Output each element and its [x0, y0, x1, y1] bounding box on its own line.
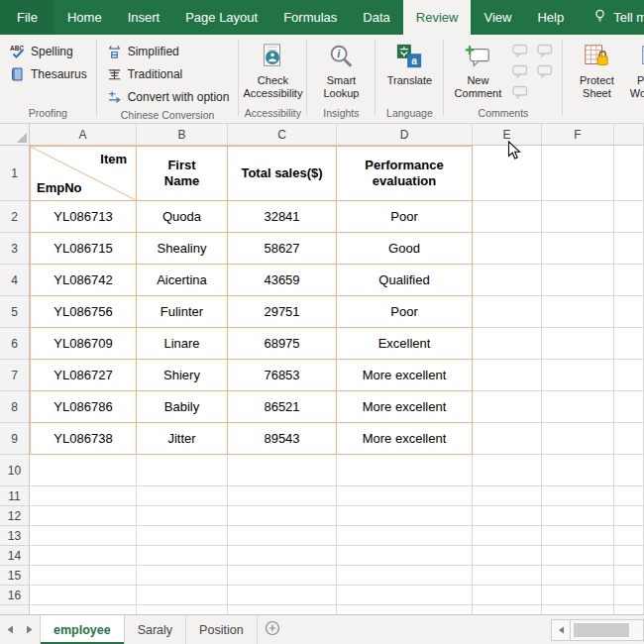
cell-b6[interactable]: Linare: [137, 328, 228, 360]
previous-comment-button[interactable]: [510, 44, 530, 60]
cell-a12[interactable]: [30, 506, 137, 526]
cell-f14[interactable]: [542, 546, 614, 566]
cell-g9[interactable]: [614, 423, 644, 455]
row-header-16[interactable]: 16: [0, 586, 30, 605]
cell-b10[interactable]: [137, 455, 228, 486]
check-accessibility-button[interactable]: Check Accessibility: [244, 38, 301, 100]
cell-b11[interactable]: [137, 486, 228, 506]
cell-e6[interactable]: [473, 328, 542, 360]
new-sheet-button[interactable]: [258, 615, 287, 644]
cell-c12[interactable]: [228, 506, 337, 526]
traditional-button[interactable]: Traditional: [102, 63, 234, 85]
cell-g5[interactable]: [614, 296, 644, 328]
cell-f2[interactable]: [542, 201, 614, 233]
cell-d16[interactable]: [337, 586, 473, 605]
cell-g3[interactable]: [614, 233, 644, 265]
cell-b7[interactable]: Shiery: [137, 360, 228, 391]
tab-view[interactable]: View: [471, 0, 524, 35]
cell-d9[interactable]: More excellent: [337, 423, 473, 455]
cell-c7[interactable]: 76853: [228, 360, 337, 391]
cell-b16[interactable]: [137, 586, 228, 605]
cell-g8[interactable]: [614, 391, 644, 423]
cell-a5[interactable]: YL086756: [30, 296, 137, 328]
row-header-10[interactable]: 10: [0, 455, 30, 486]
translate-button[interactable]: a Translate: [380, 38, 438, 87]
cell-e1[interactable]: [473, 146, 542, 201]
sheet-tab-employee[interactable]: employee: [40, 615, 125, 644]
cell-e10[interactable]: [473, 455, 542, 486]
cell-g11[interactable]: [614, 486, 644, 506]
cell-c11[interactable]: [228, 486, 337, 506]
cell-g14[interactable]: [614, 546, 644, 566]
thesaurus-button[interactable]: Thesaurus: [5, 63, 91, 85]
cell-e5[interactable]: [473, 296, 542, 328]
cell-c4[interactable]: 43659: [228, 265, 337, 296]
cell-c6[interactable]: 68975: [228, 328, 337, 360]
row-header-2[interactable]: 2: [0, 201, 30, 233]
row-header-4[interactable]: 4: [0, 265, 30, 296]
row-header-7[interactable]: 7: [0, 360, 30, 391]
cell-b2[interactable]: Quoda: [137, 201, 228, 233]
scrollbar-track[interactable]: [571, 619, 644, 641]
cell-f12[interactable]: [542, 506, 614, 526]
cell-f9[interactable]: [542, 423, 614, 455]
cell-f15[interactable]: [542, 566, 614, 586]
row-header-11[interactable]: 11: [0, 486, 30, 506]
cell-a1[interactable]: Item EmpNo: [30, 146, 137, 201]
cell-c10[interactable]: [228, 455, 337, 486]
cell-d10[interactable]: [337, 455, 473, 486]
cell-e11[interactable]: [473, 486, 542, 506]
cell-c8[interactable]: 86521: [228, 391, 337, 423]
sheet-tab-position[interactable]: Position: [186, 615, 257, 644]
next-comment-button[interactable]: [535, 44, 555, 60]
column-header-c[interactable]: C: [228, 124, 337, 146]
cell-a9[interactable]: YL086738: [30, 423, 137, 455]
cell-d1[interactable]: Performance evaluation: [337, 146, 473, 201]
horizontal-scrollbar[interactable]: [551, 615, 644, 644]
cell-c1[interactable]: Total sales($): [228, 146, 337, 201]
cell-f13[interactable]: [542, 526, 614, 546]
convert-with-option-button[interactable]: Convert with option: [102, 86, 234, 108]
cell-f3[interactable]: [542, 233, 614, 265]
cell-f1[interactable]: [542, 146, 614, 201]
cell-d2[interactable]: Poor: [337, 201, 473, 233]
cell-b12[interactable]: [137, 506, 228, 526]
cell-e14[interactable]: [473, 546, 542, 566]
tab-help[interactable]: Help: [524, 0, 577, 35]
cell-b15[interactable]: [137, 566, 228, 586]
cell-c3[interactable]: 58627: [228, 233, 337, 265]
cell-c2[interactable]: 32841: [228, 201, 337, 233]
cell-g13[interactable]: [614, 526, 644, 546]
cell-c15[interactable]: [228, 566, 337, 586]
tab-file[interactable]: File: [0, 0, 54, 35]
cell-e15[interactable]: [473, 566, 542, 586]
cell-g10[interactable]: [614, 455, 644, 486]
cell-c16[interactable]: [228, 586, 337, 605]
cell-d3[interactable]: Good: [337, 233, 473, 265]
row-header-3[interactable]: 3: [0, 233, 30, 265]
show-hide-comment-button[interactable]: [510, 64, 530, 81]
scroll-left-button[interactable]: [551, 619, 571, 641]
cell-c13[interactable]: [228, 526, 337, 546]
row-header-15[interactable]: 15: [0, 566, 30, 586]
cell-b14[interactable]: [137, 546, 228, 566]
cell-a8[interactable]: YL086786: [30, 391, 137, 423]
row-header-9[interactable]: 9: [0, 423, 30, 455]
column-header-b[interactable]: B: [137, 124, 228, 146]
show-ink-button[interactable]: [510, 85, 530, 102]
cell-e2[interactable]: [473, 201, 542, 233]
cell-a3[interactable]: YL086715: [30, 233, 137, 265]
tab-page-layout[interactable]: Page Layout: [172, 0, 270, 35]
cell-d15[interactable]: [337, 566, 473, 586]
sheet-nav-next-button[interactable]: [20, 615, 40, 644]
cell-b3[interactable]: Shealiny: [137, 233, 228, 265]
cell-f6[interactable]: [542, 328, 614, 360]
cell-f10[interactable]: [542, 455, 614, 486]
cell-a16[interactable]: [30, 586, 137, 605]
tab-review[interactable]: Review: [403, 0, 472, 35]
new-comment-button[interactable]: New Comment: [449, 38, 506, 100]
cell-c9[interactable]: 89543: [228, 423, 337, 455]
column-header-a[interactable]: A: [30, 124, 137, 146]
sheet-nav-previous-button[interactable]: [0, 615, 20, 644]
cell-f8[interactable]: [542, 391, 614, 423]
